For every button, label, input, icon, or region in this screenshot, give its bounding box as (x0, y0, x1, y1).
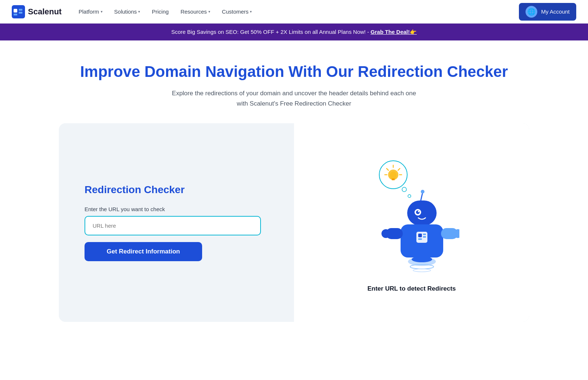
logo-link[interactable]: Scalenut (12, 5, 62, 18)
svg-rect-25 (423, 234, 426, 235)
svg-point-33 (412, 256, 432, 262)
resources-chevron-icon: ▾ (208, 10, 210, 14)
logo-icon (12, 5, 25, 18)
tool-left-panel: Redirection Checker Enter the URL you wa… (59, 123, 294, 322)
svg-rect-26 (423, 236, 426, 238)
promo-link[interactable]: Grab The Deal!👉 (370, 29, 417, 35)
nav-item-solutions[interactable]: Solutions ▾ (109, 6, 146, 18)
robot-caption: Enter URL to detect Redirects (368, 285, 456, 292)
svg-rect-4 (14, 14, 17, 15)
tool-card-title: Redirection Checker (85, 184, 272, 196)
svg-point-15 (408, 195, 411, 198)
tool-right-panel: Enter URL to detect Redirects (294, 123, 529, 322)
svg-rect-3 (19, 12, 22, 14)
svg-line-16 (421, 192, 423, 200)
svg-rect-18 (407, 200, 437, 225)
hero-subtitle: Explore the redirections of your domain … (169, 88, 419, 108)
svg-rect-2 (19, 9, 22, 11)
svg-rect-27 (418, 238, 422, 240)
svg-rect-1 (14, 9, 17, 13)
customers-chevron-icon: ▾ (250, 10, 252, 14)
robot-container: Enter URL to detect Redirects (364, 153, 459, 292)
svg-rect-13 (392, 178, 395, 180)
svg-point-29 (381, 229, 390, 238)
svg-rect-24 (418, 234, 422, 237)
logo-text: Scalenut (28, 7, 62, 17)
robot-illustration (364, 153, 459, 278)
svg-point-12 (390, 171, 397, 180)
platform-chevron-icon: ▾ (101, 10, 103, 14)
tool-card: Redirection Checker Enter the URL you wa… (59, 123, 529, 322)
nav-item-platform[interactable]: Platform ▾ (74, 6, 108, 18)
svg-point-14 (402, 187, 406, 192)
nav-items: Platform ▾ Solutions ▾ Pricing Resources… (74, 6, 519, 18)
tool-section: Redirection Checker Enter the URL you wa… (44, 123, 544, 322)
my-account-button[interactable]: 🌐 My Account (519, 3, 576, 21)
svg-point-35 (413, 269, 431, 272)
nav-item-resources[interactable]: Resources ▾ (175, 6, 215, 18)
svg-point-21 (418, 211, 419, 212)
url-input[interactable] (85, 216, 261, 235)
hero-title: Improve Domain Navigation With Our Redir… (6, 63, 582, 81)
hero-section: Improve Domain Navigation With Our Redir… (0, 40, 588, 123)
navbar: Scalenut Platform ▾ Solutions ▾ Pricing … (0, 0, 588, 24)
url-input-label: Enter the URL you want to check (85, 206, 272, 212)
nav-item-customers[interactable]: Customers ▾ (217, 6, 257, 18)
avatar: 🌐 (526, 6, 537, 18)
promo-banner: Score Big Savings on SEO: Get 50% OFF + … (0, 24, 588, 40)
solutions-chevron-icon: ▾ (138, 10, 140, 14)
svg-point-17 (421, 190, 424, 193)
svg-point-20 (416, 210, 420, 214)
nav-item-pricing[interactable]: Pricing (147, 6, 174, 18)
get-redirect-button[interactable]: Get Redirect Information (85, 242, 202, 261)
